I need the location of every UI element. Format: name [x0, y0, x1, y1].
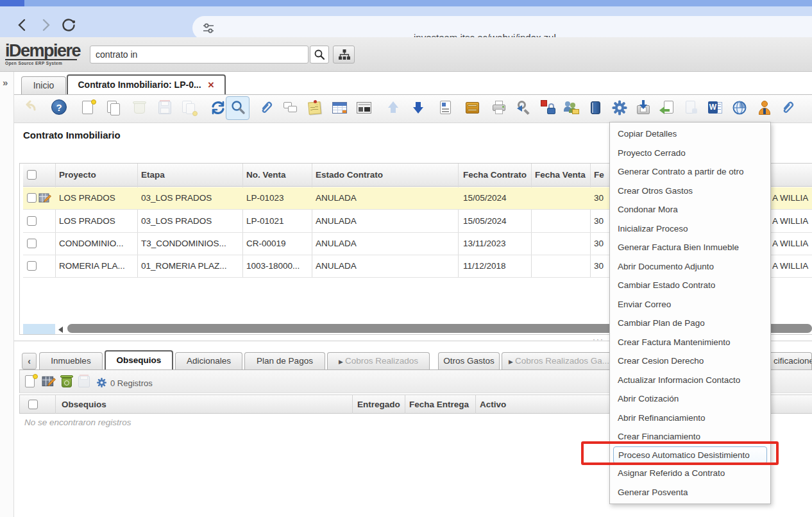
scroll-tabs-left-button[interactable]: ‹ [22, 353, 37, 369]
copy-record-icon[interactable] [106, 99, 123, 116]
attachment2-icon[interactable] [779, 99, 796, 116]
edit-record-icon[interactable] [38, 192, 51, 205]
col-header-etapa[interactable]: Etapa [141, 170, 165, 180]
menu-item-inicializar-proceso[interactable]: Inicializar Proceso [610, 219, 770, 239]
back-icon[interactable] [14, 17, 31, 33]
refresh-icon[interactable] [210, 99, 226, 116]
detail-col-obsequios[interactable]: Obsequios [62, 400, 106, 409]
report-icon[interactable] [437, 99, 454, 116]
menu-item-cambiar-plan[interactable]: Cambiar Plan de Pago [610, 314, 770, 333]
product-info-icon[interactable] [587, 99, 604, 116]
attachment-icon[interactable] [258, 99, 275, 116]
menu-item-enviar-correo[interactable]: Enviar Correo [610, 295, 770, 314]
grid-toggle-icon[interactable] [332, 99, 348, 116]
tab-inicio[interactable]: Inicio [21, 76, 66, 94]
menu-item-generar-contrato[interactable]: Generar Contrato a partir de otro [610, 162, 770, 182]
menu-item-actualizar-info[interactable]: Actualizar Informacion Contacto [610, 371, 770, 390]
detail-new-record-icon[interactable] [24, 375, 38, 389]
user-icon[interactable] [756, 99, 773, 116]
detail-col-entregado[interactable]: Entregado [357, 400, 400, 409]
detail-tab-cobros-realizados[interactable]: ▶Cobros Realizados [327, 352, 430, 369]
menu-item-copiar-detalles[interactable]: Copiar Detalles [610, 124, 770, 144]
note-icon[interactable] [307, 99, 323, 116]
menu-item-crear-cesion[interactable]: Crear Cesion Derecho [610, 352, 770, 371]
delete-record-icon[interactable] [131, 99, 148, 116]
cell-no-venta: CR-00019 [246, 239, 286, 248]
form-view-icon[interactable] [356, 99, 373, 116]
process-icon[interactable] [611, 99, 628, 116]
new-record-icon[interactable] [80, 99, 97, 116]
menu-item-proyecto-cerrado[interactable]: Proyecto Cerrado [610, 144, 770, 163]
forward-icon[interactable] [37, 17, 54, 33]
row-checkbox[interactable] [27, 216, 37, 226]
menu-item-abrir-cotizacion[interactable]: Abrir Cotización [610, 389, 770, 409]
workflow-icon[interactable] [563, 99, 580, 116]
chat-icon[interactable] [282, 99, 299, 116]
menu-item-abrir-documento[interactable]: Abrir Documento Adjunto [610, 257, 770, 276]
export-icon[interactable] [635, 99, 652, 116]
menu-item-generar-factura[interactable]: Generar Factura Bien Inmueble [610, 238, 770, 257]
web-services-icon[interactable] [731, 99, 748, 116]
csv-import-icon[interactable] [683, 99, 700, 116]
reload-icon[interactable] [60, 17, 77, 33]
export-word-icon[interactable]: W [707, 99, 724, 116]
detail-tab-adicionales[interactable]: Adicionales [175, 352, 242, 369]
menu-item-cambiar-estado[interactable]: Cambiar Estado Contrato [610, 276, 770, 295]
cell-right: A WILLIA [772, 239, 808, 248]
column-divider [55, 394, 56, 414]
col-header-fecha-contrato[interactable]: Fecha Contrato [463, 170, 527, 180]
archive-icon[interactable] [464, 99, 481, 116]
detail-col-fecha-entrega[interactable]: Fecha Entrega [409, 400, 469, 409]
help-icon[interactable]: ? [51, 99, 68, 116]
print-preview-icon[interactable] [516, 99, 532, 116]
menu-item-condonar-mora[interactable]: Condonar Mora [610, 200, 770, 219]
url-bar[interactable]: investeam.itsc.ec/webui/index.zul [192, 16, 812, 40]
detail-select-all-checkbox[interactable] [28, 400, 38, 409]
scroll-left-arrow-icon[interactable] [58, 326, 63, 333]
idempiere-logo: iDempiere Open Source ERP System [5, 42, 89, 65]
previous-record-icon[interactable] [385, 99, 402, 116]
detail-col-activo[interactable]: Activo [480, 400, 506, 409]
detail-tab-plan-de-pagos[interactable]: Plan de Pagos [244, 352, 325, 369]
next-record-icon[interactable] [410, 99, 427, 116]
detail-save-icon[interactable] [78, 375, 92, 389]
import-file-icon[interactable] [659, 99, 675, 116]
site-permissions-icon[interactable] [201, 21, 216, 36]
save-create-icon[interactable] [181, 99, 198, 116]
menu-item-crear-financiamiento[interactable]: Crear Financiamiento [610, 427, 770, 446]
col-header-no-venta[interactable]: No. Venta [246, 170, 286, 180]
search-button[interactable] [310, 46, 329, 64]
menu-item-proceso-automatico-desistimiento[interactable]: Proceso Automatico Desistimiento [613, 446, 767, 464]
row-checkbox[interactable] [27, 193, 37, 203]
menu-item-generar-posventa[interactable]: Generar Posventa [610, 483, 770, 502]
undo-icon[interactable] [22, 99, 38, 116]
detail-delete-record-icon[interactable] [60, 375, 74, 389]
menu-item-abrir-refinanciamiento[interactable]: Abrir Refinanciamiento [610, 409, 770, 428]
select-all-checkbox[interactable] [27, 170, 37, 180]
detail-tab-obsequios[interactable]: Obsequios [105, 350, 173, 370]
col-header-fe[interactable]: Fe [594, 170, 604, 180]
col-header-estado-contrato[interactable]: Estado Contrato [316, 170, 383, 180]
splitter-grip-icon[interactable]: ··· [593, 335, 604, 344]
menu-item-asignar-referido[interactable]: Asignar Referido a Contrato [610, 464, 770, 483]
lock-icon[interactable] [540, 99, 557, 116]
global-search-input[interactable] [90, 46, 309, 64]
find-icon[interactable] [230, 99, 246, 116]
save-icon[interactable] [156, 99, 173, 116]
menu-item-crear-factura-mant[interactable]: Crear Factura Mantenimiento [610, 333, 770, 352]
row-checkbox[interactable] [27, 261, 37, 271]
menu-item-crear-otros-gastos[interactable]: Crear Otros Gastos [610, 182, 770, 201]
close-tab-icon[interactable]: ✕ [208, 80, 215, 90]
detail-edit-record-icon[interactable] [42, 375, 56, 389]
detail-tab-otros-gastos[interactable]: Otros Gastos [438, 352, 500, 369]
tab-contrato-inmobiliario[interactable]: Contrato Inmobiliario: LP-0...✕ [67, 74, 226, 94]
col-header-proyecto[interactable]: Proyecto [59, 170, 96, 180]
detail-process-icon[interactable] [96, 377, 107, 388]
expand-west-panel-button[interactable]: » [3, 77, 8, 88]
detail-tab-inmuebles[interactable]: Inmuebles [39, 352, 103, 369]
print-icon[interactable] [491, 99, 507, 116]
col-header-fecha-venta[interactable]: Fecha Venta [535, 170, 586, 180]
cell-etapa: 03_LOS PRADOS [141, 193, 212, 203]
row-checkbox[interactable] [27, 239, 37, 248]
menu-tree-button[interactable] [333, 46, 355, 64]
